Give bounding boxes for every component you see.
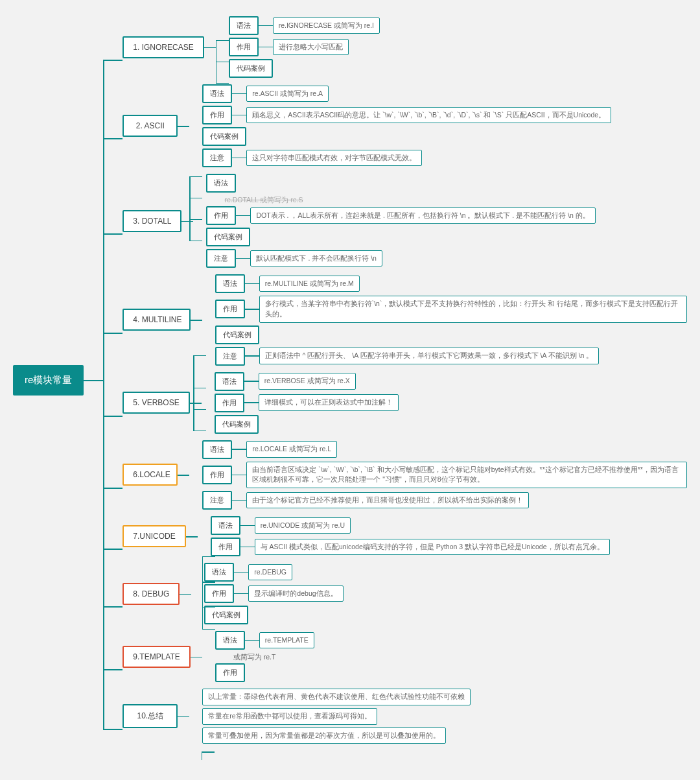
leaf-node[interactable]: DOT表示 . ，ALL表示所有，连起来就是 . 匹配所有，包括换行符 \n 。… bbox=[250, 207, 595, 224]
leaf-node[interactable]: 显示编译时的debug信息。 bbox=[248, 585, 343, 602]
sub-connector bbox=[204, 15, 229, 79]
attr-label[interactable]: 作用 bbox=[204, 584, 234, 603]
attr-label[interactable]: 代码案例 bbox=[215, 325, 259, 344]
leaf-node[interactable]: re.DEBUG bbox=[248, 564, 292, 581]
leaf-node[interactable]: 进行忽略大小写匹配 bbox=[273, 39, 349, 56]
attr-label[interactable]: 作用 bbox=[229, 38, 259, 56]
attr-label[interactable]: 作用 bbox=[215, 394, 244, 412]
leaf-node[interactable]: 详细模式，可以在正则表达式中加注解！ bbox=[259, 394, 399, 411]
attr-label[interactable]: 语法 bbox=[211, 516, 240, 535]
leaf-node[interactable]: 与 ASCII 模式类似，匹配unicode编码支持的字符，但是 Python … bbox=[255, 539, 610, 556]
leaf-node[interactable]: 多行模式，当某字符串中有换行符`\n`，默认模式下是不支持换行符特性的，比如：行… bbox=[259, 296, 687, 323]
level1-node[interactable]: 7.UNICODE bbox=[122, 525, 185, 547]
leaf-node[interactable]: 常量在re常用函数中都可以使用，查看源码可得知。 bbox=[202, 708, 377, 725]
attr-label[interactable]: 语法 bbox=[204, 563, 234, 582]
leaf-node[interactable]: 以上常量：墨绿色代表有用、黄色代表不建议使用、红色代表试验性功能不可依赖 bbox=[202, 689, 471, 705]
attr-label[interactable]: 作用 bbox=[202, 106, 232, 124]
attr-label[interactable]: 语法 bbox=[206, 174, 236, 193]
level1-node[interactable]: 1. IGNORECASE bbox=[122, 36, 204, 58]
leaf-node[interactable]: re.LOCALE 或简写为 re.L bbox=[246, 441, 337, 458]
sub-connector bbox=[186, 515, 211, 558]
level1-node[interactable]: 2. ASCII bbox=[122, 115, 178, 137]
attr-label[interactable]: 代码案例 bbox=[206, 228, 250, 246]
leaf-node[interactable]: re.UNICODE 或简写为 re.U bbox=[255, 517, 351, 534]
leaf-node[interactable]: 这只对字符串匹配模式有效，对字节匹配模式无效。 bbox=[246, 150, 422, 167]
attr-label[interactable]: 作用 bbox=[215, 663, 245, 682]
attr-label[interactable]: 作用 bbox=[215, 300, 245, 318]
leaf-node[interactable]: re.IGNORECASE 或简写为 re.I bbox=[273, 18, 380, 34]
leaf-node[interactable]: re.TEMPLATE bbox=[259, 632, 314, 649]
root-node[interactable]: re模块常量 bbox=[13, 365, 84, 396]
extra-text: 或简写为 re.T bbox=[233, 653, 314, 662]
sub-connector bbox=[178, 439, 202, 512]
leaf-node[interactable]: 由于这个标记官方已经不推荐使用，而且猪哥也没使用过，所以就不给出实际的案例！ bbox=[246, 492, 529, 509]
sub-connector bbox=[191, 630, 215, 683]
sub-connector bbox=[181, 172, 206, 269]
sub-connector bbox=[178, 83, 202, 169]
level1-node[interactable]: 10.总结 bbox=[122, 704, 178, 728]
level1-node[interactable]: 5. VERBOSE bbox=[122, 392, 189, 414]
level1-node[interactable]: 8. DEBUG bbox=[122, 583, 180, 605]
sub-connector bbox=[190, 371, 215, 435]
attr-label[interactable]: 注意 bbox=[202, 491, 232, 510]
level1-node[interactable]: 3. DOTALL bbox=[122, 210, 181, 232]
attr-label[interactable]: 代码案例 bbox=[215, 415, 259, 434]
level1-node[interactable]: 4. MULTILINE bbox=[122, 309, 190, 331]
sub-connector bbox=[180, 561, 204, 626]
leaf-node[interactable]: 正则语法中 ^ 匹配行开头、 \A 匹配字符串开头，单行模式下它两效果一致，多行… bbox=[259, 348, 600, 364]
attr-label[interactable]: 语法 bbox=[215, 372, 244, 391]
leaf-node[interactable]: 顾名思义，ASCII表示ASCII码的意思。让 `\w`, `\W`, `\b`… bbox=[246, 107, 611, 124]
sub-connector bbox=[178, 687, 202, 745]
attr-label[interactable]: 注意 bbox=[215, 347, 245, 366]
attr-label[interactable]: 代码案例 bbox=[229, 59, 273, 78]
attr-label[interactable]: 作用 bbox=[202, 466, 232, 484]
leaf-node[interactable]: 常量可叠加使用，因为常量值都是2的幂次方值，所以是可以叠加使用的。 bbox=[202, 727, 446, 744]
attr-label[interactable]: 作用 bbox=[211, 538, 240, 556]
main-connector bbox=[84, 13, 122, 747]
attr-label[interactable]: 代码案例 bbox=[204, 606, 248, 624]
attr-label[interactable]: 语法 bbox=[229, 16, 259, 35]
attr-label[interactable]: 作用 bbox=[206, 206, 236, 225]
leaf-node[interactable]: 由当前语言区域决定 `\w`, `\W`, `\b`, `\B` 和大小写敏感匹… bbox=[246, 462, 687, 489]
attr-label[interactable]: 语法 bbox=[215, 631, 245, 650]
attr-label[interactable]: 语法 bbox=[215, 274, 245, 293]
attr-label[interactable]: 语法 bbox=[202, 440, 232, 459]
level1-node[interactable]: 9.TEMPLATE bbox=[122, 646, 190, 668]
attr-label[interactable]: 注意 bbox=[202, 148, 232, 167]
attr-label[interactable]: 代码案例 bbox=[202, 127, 246, 146]
leaf-node[interactable]: re.VERBOSE 或简写为 re.X bbox=[259, 373, 356, 390]
leaf-node[interactable]: 默认匹配模式下 . 并不会匹配换行符 \n bbox=[250, 250, 382, 267]
extra-text: re.DOTALL 或简写为 re.S bbox=[224, 196, 595, 205]
leaf-node[interactable]: re.ASCII 或简写为 re.A bbox=[246, 86, 329, 102]
leaf-node[interactable]: re.MULTILINE 或简写为 re.M bbox=[259, 276, 360, 292]
attr-label[interactable]: 语法 bbox=[202, 84, 232, 103]
attr-label[interactable]: 注意 bbox=[206, 249, 236, 268]
level1-node[interactable]: 6.LOCALE bbox=[122, 464, 178, 486]
sub-connector bbox=[191, 273, 215, 367]
